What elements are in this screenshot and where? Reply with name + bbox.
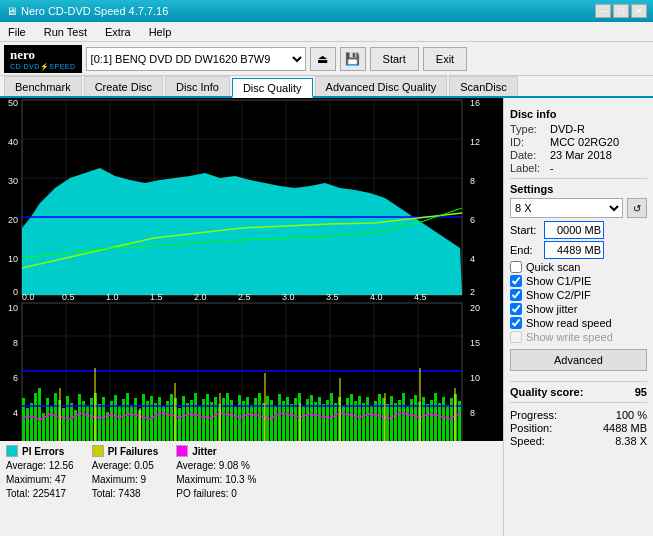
- disc-type-label: Type:: [510, 123, 546, 135]
- titlebar-controls: ─ □ ✕: [595, 4, 647, 18]
- svg-text:3.5: 3.5: [326, 292, 339, 302]
- title-icon: 🖥: [6, 5, 17, 17]
- tab-disc-info[interactable]: Disc Info: [165, 76, 230, 96]
- end-mb-row: End:: [510, 241, 647, 259]
- end-mb-input[interactable]: [544, 241, 604, 259]
- svg-text:30: 30: [8, 176, 18, 186]
- position-value: 4488 MB: [603, 422, 647, 434]
- disc-type-row: Type: DVD-R: [510, 123, 647, 135]
- svg-text:10: 10: [470, 373, 480, 383]
- svg-text:15: 15: [470, 338, 480, 348]
- exit-button[interactable]: Exit: [423, 47, 467, 71]
- speed-label: Speed:: [510, 435, 545, 447]
- svg-text:6: 6: [13, 373, 18, 383]
- save-button[interactable]: 💾: [340, 47, 366, 71]
- position-label: Position:: [510, 422, 552, 434]
- main-content: 50 40 30 20 10 0 16 12 8 6 4 2 0.0 0.5 1…: [0, 98, 653, 536]
- svg-text:50: 50: [8, 98, 18, 108]
- refresh-button[interactable]: ↺: [627, 198, 647, 218]
- show-read-row: Show read speed: [510, 317, 647, 329]
- show-jitter-label: Show jitter: [526, 303, 577, 315]
- tab-benchmark[interactable]: Benchmark: [4, 76, 82, 96]
- tab-create-disc[interactable]: Create Disc: [84, 76, 163, 96]
- speed-value: 8.38 X: [615, 435, 647, 447]
- svg-text:10: 10: [8, 303, 18, 313]
- eject-button[interactable]: ⏏: [310, 47, 336, 71]
- svg-text:1.5: 1.5: [150, 292, 163, 302]
- tab-advanced-disc-quality[interactable]: Advanced Disc Quality: [315, 76, 448, 96]
- position-row: Position: 4488 MB: [510, 422, 647, 434]
- show-write-checkbox[interactable]: [510, 331, 522, 343]
- show-jitter-row: Show jitter: [510, 303, 647, 315]
- svg-text:0.5: 0.5: [62, 292, 75, 302]
- progress-label: Progress:: [510, 409, 557, 421]
- drive-select[interactable]: [0:1] BENQ DVD DD DW1620 B7W9: [86, 47, 306, 71]
- svg-text:4.0: 4.0: [370, 292, 383, 302]
- svg-text:40: 40: [8, 137, 18, 147]
- legend-pi-errors: PI Errors Average: 12.56 Maximum: 47 Tot…: [6, 445, 74, 501]
- menu-run-test[interactable]: Run Test: [40, 24, 91, 40]
- show-jitter-checkbox[interactable]: [510, 303, 522, 315]
- speed-row: 8 X 4 X Max ↺: [510, 198, 647, 218]
- menu-file[interactable]: File: [4, 24, 30, 40]
- menu-extra[interactable]: Extra: [101, 24, 135, 40]
- show-c1-row: Show C1/PIE: [510, 275, 647, 287]
- quality-label: Quality score:: [510, 386, 583, 398]
- close-button[interactable]: ✕: [631, 4, 647, 18]
- disc-date-value: 23 Mar 2018: [550, 149, 612, 161]
- pi-failures-label: PI Failures: [108, 446, 159, 457]
- progress-value: 100 %: [616, 409, 647, 421]
- disc-id-label: ID:: [510, 136, 546, 148]
- advanced-button[interactable]: Advanced: [510, 349, 647, 371]
- legend-row: PI Errors Average: 12.56 Maximum: 47 Tot…: [6, 445, 497, 501]
- disc-id-row: ID: MCC 02RG20: [510, 136, 647, 148]
- legend-pi-failures: PI Failures Average: 0.05 Maximum: 9 Tot…: [92, 445, 159, 501]
- settings-title: Settings: [510, 183, 647, 195]
- progress-section: Progress: 100 % Position: 4488 MB Speed:…: [510, 409, 647, 447]
- disc-date-label: Date:: [510, 149, 546, 161]
- tab-scandisc[interactable]: ScanDisc: [449, 76, 517, 96]
- quality-value: 95: [635, 386, 647, 398]
- svg-text:6: 6: [470, 215, 475, 225]
- end-mb-label: End:: [510, 244, 540, 256]
- legend-area: PI Errors Average: 12.56 Maximum: 47 Tot…: [0, 441, 503, 536]
- show-read-checkbox[interactable]: [510, 317, 522, 329]
- svg-text:8: 8: [470, 176, 475, 186]
- show-c2-label: Show C2/PIF: [526, 289, 591, 301]
- show-c2-checkbox[interactable]: [510, 289, 522, 301]
- show-c1-checkbox[interactable]: [510, 275, 522, 287]
- quick-scan-label: Quick scan: [526, 261, 580, 273]
- menu-help[interactable]: Help: [145, 24, 176, 40]
- maximize-button[interactable]: □: [613, 4, 629, 18]
- svg-text:8: 8: [13, 338, 18, 348]
- show-c2-row: Show C2/PIF: [510, 289, 647, 301]
- show-write-row: Show write speed: [510, 331, 647, 343]
- quick-scan-row: Quick scan: [510, 261, 647, 273]
- svg-text:2.0: 2.0: [194, 292, 207, 302]
- show-write-label: Show write speed: [526, 331, 613, 343]
- svg-text:3.0: 3.0: [282, 292, 295, 302]
- minimize-button[interactable]: ─: [595, 4, 611, 18]
- pi-failures-color: [92, 445, 104, 457]
- tab-disc-quality[interactable]: Disc Quality: [232, 78, 313, 98]
- titlebar: 🖥 Nero CD-DVD Speed 4.7.7.16 ─ □ ✕: [0, 0, 653, 22]
- quick-scan-checkbox[interactable]: [510, 261, 522, 273]
- disc-label-value: -: [550, 162, 554, 174]
- jitter-label: Jitter: [192, 446, 216, 457]
- svg-text:1.0: 1.0: [106, 292, 119, 302]
- svg-text:4: 4: [13, 408, 18, 418]
- start-button[interactable]: Start: [370, 47, 419, 71]
- logo-nero: nero: [10, 47, 76, 63]
- svg-text:0.0: 0.0: [22, 292, 35, 302]
- svg-text:2: 2: [470, 287, 475, 297]
- pi-errors-label: PI Errors: [22, 446, 64, 457]
- svg-text:12: 12: [470, 137, 480, 147]
- start-mb-input[interactable]: [544, 221, 604, 239]
- right-panel: Disc info Type: DVD-R ID: MCC 02RG20 Dat…: [503, 98, 653, 536]
- speed-row: Speed: 8.38 X: [510, 435, 647, 447]
- speed-select[interactable]: 8 X 4 X Max: [510, 198, 623, 218]
- toolbar: nero CD·DVD⚡SPEED [0:1] BENQ DVD DD DW16…: [0, 42, 653, 76]
- disc-type-value: DVD-R: [550, 123, 585, 135]
- disc-id-value: MCC 02RG20: [550, 136, 619, 148]
- svg-text:4.5: 4.5: [414, 292, 427, 302]
